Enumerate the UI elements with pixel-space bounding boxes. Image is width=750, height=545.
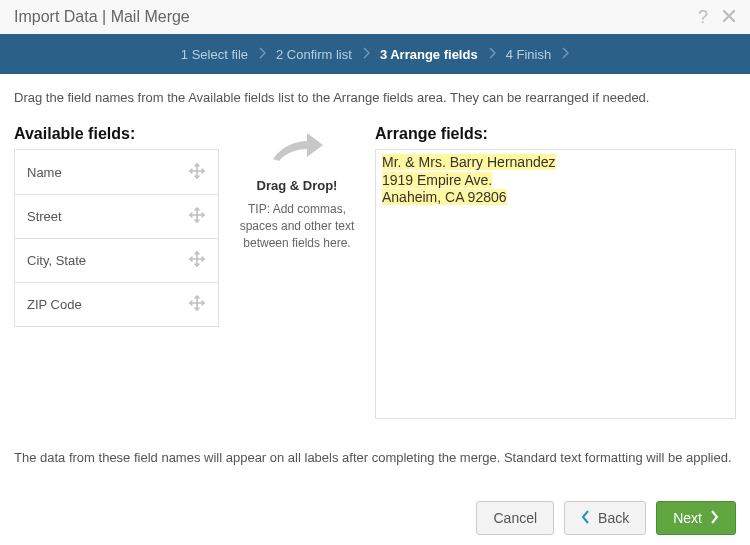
- available-fields-list: Name Street City, State: [14, 149, 219, 327]
- chevron-right-icon: [362, 47, 370, 62]
- dialog-body: Drag the field names from the Available …: [0, 74, 750, 419]
- chevron-right-icon: [561, 47, 569, 62]
- arrange-fields-area[interactable]: Mr. & Mrs. Barry Hernandez 1919 Empire A…: [375, 149, 736, 419]
- chevron-left-icon: [581, 510, 590, 527]
- button-label: Back: [598, 510, 629, 526]
- field-label: ZIP Code: [27, 297, 82, 312]
- field-label: Name: [27, 165, 62, 180]
- close-icon[interactable]: [722, 8, 736, 26]
- header-controls: ?: [698, 8, 736, 26]
- step-3[interactable]: 3 Arrange fields: [380, 47, 478, 62]
- field-street[interactable]: Street: [15, 194, 218, 238]
- arrange-fields-column: Arrange fields: Mr. & Mrs. Barry Hernand…: [375, 125, 736, 419]
- wizard-stepbar: 1 Select file 2 Confirm list 3 Arrange f…: [0, 34, 750, 74]
- drag-drop-tip: TIP: Add commas, spaces and other text b…: [237, 201, 357, 251]
- step-2[interactable]: 2 Confirm list: [276, 47, 352, 62]
- move-icon: [188, 250, 206, 271]
- arrange-line-3: Anaheim, CA 92806: [382, 189, 507, 205]
- field-label: City, State: [27, 253, 86, 268]
- arrange-layout: Available fields: Name Street City, Stat…: [14, 125, 736, 419]
- field-name[interactable]: Name: [15, 150, 218, 194]
- button-label: Cancel: [493, 510, 537, 526]
- button-label: Next: [673, 510, 702, 526]
- move-icon: [188, 294, 206, 315]
- field-zip-code[interactable]: ZIP Code: [15, 282, 218, 326]
- step-1[interactable]: 1 Select file: [181, 47, 248, 62]
- move-icon: [188, 206, 206, 227]
- arrow-right-icon: [237, 129, 357, 172]
- field-label: Street: [27, 209, 62, 224]
- help-icon[interactable]: ?: [698, 8, 708, 26]
- dialog-title: Import Data | Mail Merge: [14, 8, 190, 26]
- available-fields-column: Available fields: Name Street City, Stat…: [14, 125, 219, 327]
- move-icon: [188, 162, 206, 183]
- available-fields-heading: Available fields:: [14, 125, 219, 143]
- back-button[interactable]: Back: [564, 501, 646, 535]
- instruction-text: Drag the field names from the Available …: [14, 90, 736, 105]
- chevron-right-icon: [488, 47, 496, 62]
- arrange-line-1: Mr. & Mrs. Barry Hernandez: [382, 154, 556, 170]
- drag-drop-title: Drag & Drop!: [237, 178, 357, 193]
- footer-note: The data from these field names will app…: [14, 450, 736, 465]
- step-4[interactable]: 4 Finish: [506, 47, 552, 62]
- next-button[interactable]: Next: [656, 501, 736, 535]
- arrange-line-2: 1919 Empire Ave.: [382, 172, 492, 188]
- wizard-buttons: Cancel Back Next: [476, 501, 736, 535]
- arrange-fields-heading: Arrange fields:: [375, 125, 736, 143]
- field-city-state[interactable]: City, State: [15, 238, 218, 282]
- dialog-header: Import Data | Mail Merge ?: [0, 0, 750, 34]
- drag-drop-hint: Drag & Drop! TIP: Add commas, spaces and…: [237, 125, 357, 251]
- chevron-right-icon: [258, 47, 266, 62]
- chevron-right-icon: [710, 510, 719, 527]
- cancel-button[interactable]: Cancel: [476, 501, 554, 535]
